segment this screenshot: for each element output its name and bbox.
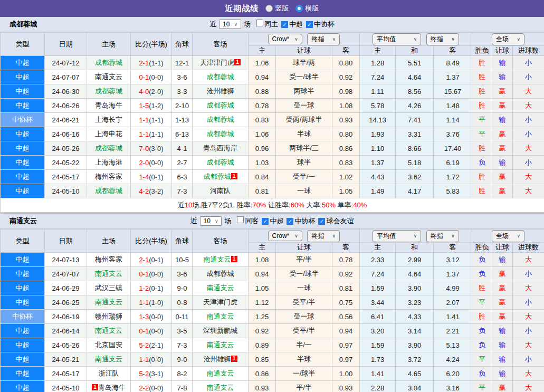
home-odds-cell: 0.96: [249, 141, 276, 156]
avg-draw-odds-cell: 2.99: [396, 253, 434, 267]
home-odds-cell: 1.25: [249, 310, 276, 324]
team-name-link[interactable]: 成都蓉城: [95, 144, 122, 152]
team-name-link[interactable]: 上海申花: [95, 130, 122, 138]
layout-radio-vertical[interactable]: 竖版: [265, 4, 289, 13]
team-name-link[interactable]: 赣州瑞狮: [95, 312, 122, 320]
team-name-link[interactable]: 南通支云: [95, 298, 122, 306]
team-name-link[interactable]: 青岛海牛: [95, 101, 122, 109]
result-wdl-cell: 负: [472, 253, 492, 267]
team-name-link[interactable]: 梅州客家: [95, 173, 122, 180]
team-name-link[interactable]: 北京国安: [95, 341, 122, 349]
team-name-link[interactable]: 天津津门虎: [200, 59, 234, 66]
avg-draw-odds-cell: 4.33: [396, 310, 434, 324]
filter-bar: 近 10 ∨ 场 同客✓中超✓中协杯✓球会友谊: [190, 216, 354, 226]
team-name-link[interactable]: 青岛海牛: [98, 384, 126, 391]
away-team-cell: 青岛西海岸: [193, 141, 249, 156]
team-name-link[interactable]: 河南队: [210, 187, 231, 195]
team-name-link[interactable]: 南通支云: [95, 73, 122, 81]
col-header-type: 类型: [1, 33, 45, 56]
results-tbody: 中超24-07-13梅州客家2-1(0-1)10-5南通支云11.08平/半0.…: [1, 253, 544, 392]
team-name-link[interactable]: 成都蓉城: [207, 116, 234, 123]
team-name-link[interactable]: 上海长宁: [95, 116, 122, 123]
team-name-link[interactable]: 南通支云: [204, 255, 231, 263]
team-name-link[interactable]: 成都蓉城: [207, 158, 234, 166]
avg-stage-select[interactable]: 终指∨: [426, 230, 459, 242]
filter-checkbox-中超[interactable]: ✓: [281, 21, 288, 28]
recent-count-select[interactable]: 10 ∨: [219, 20, 241, 29]
result-handicap-cell: 赢: [492, 381, 513, 392]
result-handicap-cell: 输: [492, 338, 513, 352]
team-name-link[interactable]: 浙江队: [99, 369, 119, 377]
half-time-score: (0-0): [149, 384, 163, 392]
team-name-link[interactable]: 南通支云: [207, 369, 234, 377]
odds-stage-select[interactable]: 终指∨: [307, 230, 340, 242]
avg-home-odds-cell: 1.41: [360, 367, 396, 381]
filter-checkbox-同客[interactable]: [237, 216, 244, 223]
away-team-cell: 南通支云: [193, 281, 249, 295]
odds-provider-select[interactable]: Crow*∨: [268, 231, 302, 241]
team-name-link[interactable]: 成都蓉城: [207, 270, 234, 278]
filter-checkbox-球会友谊[interactable]: ✓: [318, 218, 325, 225]
recent-count-select[interactable]: 10 ∨: [200, 216, 222, 226]
half-time-score: (1-1): [149, 130, 163, 138]
chevron-down-icon: ∨: [451, 36, 455, 42]
team-name-link[interactable]: 南通支云: [95, 355, 122, 363]
filter-checkbox-同主[interactable]: [256, 20, 263, 26]
scope-select[interactable]: 全场∨: [492, 230, 524, 242]
team-name-link[interactable]: 南通支云: [95, 270, 122, 278]
summary-text: 60%: [291, 201, 304, 209]
team-name-link[interactable]: 武汉三镇: [95, 284, 122, 292]
layout-radio-horizontal[interactable]: 横版: [295, 4, 319, 13]
match-row: 中超24-07-07南通支云0-1(0-0)3-6成都蓉城0.94受一/球半0.…: [1, 70, 544, 84]
result-goals-cell: 大: [513, 338, 544, 352]
date-cell: 24-05-17: [45, 367, 87, 381]
result-wdl-cell: 胜: [472, 310, 492, 324]
avg-away-odds-cell: 17.40: [434, 141, 472, 156]
avg-source-select[interactable]: 平均值∨: [373, 33, 421, 45]
team-name-link[interactable]: 成都蓉城: [95, 87, 122, 95]
avg-draw-odds-cell: 3.72: [396, 352, 434, 367]
team-name-link[interactable]: 成都蓉城: [207, 101, 234, 109]
home-odds-cell: 1.06: [249, 56, 276, 70]
team-name-link[interactable]: 成都蓉城: [204, 173, 231, 180]
team-name-link[interactable]: 成都蓉城: [207, 73, 234, 81]
avg-source-select[interactable]: 平均值∨: [373, 230, 421, 242]
team-name-link[interactable]: 梅州客家: [95, 255, 122, 263]
team-name-link[interactable]: 沧州雄狮: [207, 87, 234, 95]
avg-home-odds-cell: 6.41: [360, 310, 396, 324]
avg-away-odds-cell: 2.21: [434, 324, 472, 338]
result-wdl-cell: 平: [472, 127, 492, 141]
home-odds-cell: 0.93: [249, 381, 276, 392]
date-cell: 24-07-07: [45, 70, 87, 84]
filter-checkbox-中超[interactable]: ✓: [262, 218, 269, 225]
avg-draw-odds-cell: 3.90: [396, 338, 434, 352]
avg-draw-odds-cell: 3.23: [396, 295, 434, 310]
match-row: 中超24-05-10成都蓉城4-2(3-2)7-3河南队0.81一球1.051.…: [1, 184, 544, 198]
col-header-date: 日期: [45, 230, 87, 253]
team-name-link[interactable]: 成都蓉城: [207, 130, 234, 138]
result-group-header: 全场∨: [472, 33, 544, 46]
team-name-link[interactable]: 深圳新鹏城: [203, 327, 237, 334]
odds-stage-select[interactable]: 终指∨: [307, 33, 340, 45]
odds-provider-select[interactable]: Crow*∨: [268, 34, 302, 44]
team-name-link[interactable]: 青岛西海岸: [203, 144, 237, 152]
team-name-link[interactable]: 南通支云: [207, 384, 234, 391]
team-name-link[interactable]: 上海海港: [95, 158, 122, 166]
filter-checkbox-中协杯[interactable]: ✓: [287, 218, 293, 225]
team-name-link[interactable]: 南通支云: [95, 327, 122, 334]
match-row: 中超24-05-26北京国安5-2(2-1)7-3南通支云0.89半/一0.97…: [1, 338, 544, 352]
team-name-link[interactable]: 天津津门虎: [203, 298, 237, 306]
team-name-link[interactable]: 南通支云: [207, 284, 234, 292]
scope-select[interactable]: 全场∨: [492, 33, 524, 45]
score-cell: 1-5(1-2): [131, 99, 172, 113]
avg-stage-select[interactable]: 终指∨: [426, 33, 459, 45]
team-name-link[interactable]: 成都蓉城: [95, 59, 122, 66]
match-row: 中超24-06-30成都蓉城4-0(2-0)3-3沧州雄狮0.88两球半0.98…: [1, 84, 544, 99]
team-name-link[interactable]: 南通支云: [207, 312, 234, 320]
filter-checkbox-中协杯[interactable]: ✓: [306, 21, 313, 28]
team-name-link[interactable]: 南通支云: [207, 341, 234, 349]
team-name-link[interactable]: 成都蓉城: [95, 187, 122, 195]
team-name-link[interactable]: 沧州雄狮: [204, 355, 231, 363]
away-odds-cell: 0.56: [332, 310, 360, 324]
sub-header-avg-away: 客: [434, 243, 472, 253]
